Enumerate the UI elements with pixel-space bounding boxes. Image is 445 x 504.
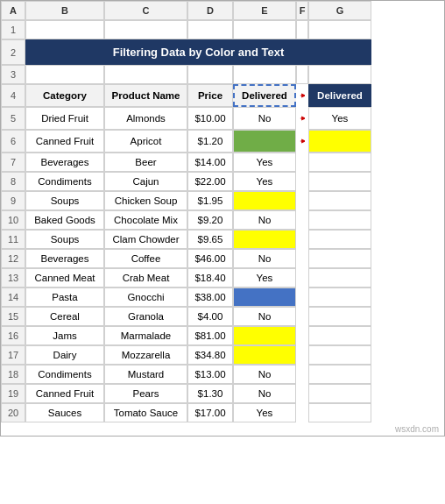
- title-cell: Filtering Data by Color and Text: [25, 39, 371, 65]
- cell-delivered: [233, 191, 296, 210]
- cell-delivered: Yes: [233, 268, 296, 287]
- cell-gap: [296, 191, 308, 210]
- data-rows: 5Dried FruitAlmonds$10.00NoYes6Canned Fr…: [1, 107, 444, 422]
- cell-price: $1.20: [187, 130, 233, 153]
- row-16: 16JamsMarmalade$81.00: [1, 326, 444, 345]
- cell-price: $9.20: [187, 210, 233, 230]
- cell-gap: [296, 210, 308, 230]
- cell-price: $1.95: [187, 191, 233, 210]
- cell-gap: [296, 326, 308, 345]
- cell-gap: [296, 345, 308, 365]
- cell-g: [308, 230, 371, 249]
- cell-category: Jams: [25, 326, 104, 345]
- cell-delivered: [233, 287, 296, 307]
- rownum-19: 19: [1, 384, 25, 403]
- cell-delivered: No: [233, 384, 296, 403]
- cell-price: $13.00: [187, 365, 233, 384]
- col-d: D: [187, 1, 233, 20]
- cell-product: Apricot: [104, 130, 187, 153]
- spreadsheet: A B C D E F G 1 2 Filtering Data by Colo…: [0, 0, 445, 437]
- cell-product: Chocolate Mix: [104, 210, 187, 230]
- cell-product: Pears: [104, 384, 187, 403]
- cell-g: Yes: [308, 107, 371, 130]
- rownum-17: 17: [1, 345, 25, 365]
- cell-f3: [296, 65, 308, 84]
- cell-product: Tomato Sauce: [104, 403, 187, 422]
- cell-g: [308, 268, 371, 287]
- rownum-15: 15: [1, 307, 25, 326]
- cell-gap: [296, 403, 308, 422]
- rownum-18: 18: [1, 365, 25, 384]
- cell-g: [308, 249, 371, 268]
- cell-category: Canned Meat: [25, 268, 104, 287]
- cell-category: Dairy: [25, 345, 104, 365]
- cell-g: [308, 326, 371, 345]
- row-8: 8CondimentsCajun$22.00Yes: [1, 172, 444, 191]
- rownum-1: 1: [1, 20, 25, 39]
- cell-product: Clam Chowder: [104, 230, 187, 249]
- cell-price: $1.30: [187, 384, 233, 403]
- row-15: 15CerealGranola$4.00No: [1, 307, 444, 326]
- rownum-8: 8: [1, 172, 25, 191]
- cell-delivered: No: [233, 365, 296, 384]
- cell-product: Granola: [104, 307, 187, 326]
- col-headers: A B C D E F G: [1, 1, 444, 20]
- rownum-9: 9: [1, 191, 25, 210]
- rownum-7: 7: [1, 153, 25, 172]
- cell-gap: [296, 365, 308, 384]
- cell-c3: [104, 65, 187, 84]
- cell-delivered: No: [233, 107, 296, 130]
- cell-category: Soups: [25, 230, 104, 249]
- cell-b1: [25, 20, 104, 39]
- cell-product: Beer: [104, 153, 187, 172]
- cell-e1: [233, 20, 296, 39]
- cell-price: $18.40: [187, 268, 233, 287]
- row-20: 20SaucesTomato Sauce$17.00Yes: [1, 403, 444, 422]
- header-category: Category: [25, 84, 104, 107]
- arrow-right-icon: [300, 131, 305, 151]
- col-g: G: [308, 1, 371, 20]
- cell-g3: [308, 65, 371, 84]
- rownum-13: 13: [1, 268, 25, 287]
- cell-gap: [296, 287, 308, 307]
- rownum-11: 11: [1, 230, 25, 249]
- cell-category: Canned Fruit: [25, 384, 104, 403]
- rownum-20: 20: [1, 403, 25, 422]
- rownum-5: 5: [1, 107, 25, 130]
- cell-category: Dried Fruit: [25, 107, 104, 130]
- cell-delivered: No: [233, 307, 296, 326]
- cell-category: Sauces: [25, 403, 104, 422]
- row-4: 4 Category Product Name Price Delivered …: [1, 84, 444, 107]
- cell-g: [308, 384, 371, 403]
- cell-price: $81.00: [187, 326, 233, 345]
- cell-price: $38.00: [187, 287, 233, 307]
- cell-category: Soups: [25, 191, 104, 210]
- col-b: B: [25, 1, 104, 20]
- cell-price: $4.00: [187, 307, 233, 326]
- cell-g1: [308, 20, 371, 39]
- cell-product: Almonds: [104, 107, 187, 130]
- cell-price: $10.00: [187, 107, 233, 130]
- cell-g: [308, 172, 371, 191]
- row-2: 2 Filtering Data by Color and Text: [1, 39, 444, 65]
- rownum-4: 4: [1, 84, 25, 107]
- row-19: 19Canned FruitPears$1.30No: [1, 384, 444, 403]
- row-11: 11SoupsClam Chowder$9.65: [1, 230, 444, 249]
- rownum-10: 10: [1, 210, 25, 230]
- rownum-3: 3: [1, 65, 25, 84]
- cell-price: $46.00: [187, 249, 233, 268]
- row-3: 3: [1, 65, 444, 84]
- cell-gap: [296, 107, 308, 130]
- cell-gap: [296, 307, 308, 326]
- cell-c1: [104, 20, 187, 39]
- col-a: A: [1, 1, 25, 20]
- cell-g: [308, 287, 371, 307]
- row-9: 9SoupsChicken Soup$1.95: [1, 191, 444, 210]
- cell-f4: [296, 84, 308, 107]
- rownum-6: 6: [1, 130, 25, 153]
- row-10: 10Baked GoodsChocolate Mix$9.20No: [1, 210, 444, 230]
- row-7: 7BeveragesBeer$14.00Yes: [1, 153, 444, 172]
- header-delivered: Delivered: [233, 84, 296, 107]
- cell-category: Canned Fruit: [25, 130, 104, 153]
- cell-g: [308, 210, 371, 230]
